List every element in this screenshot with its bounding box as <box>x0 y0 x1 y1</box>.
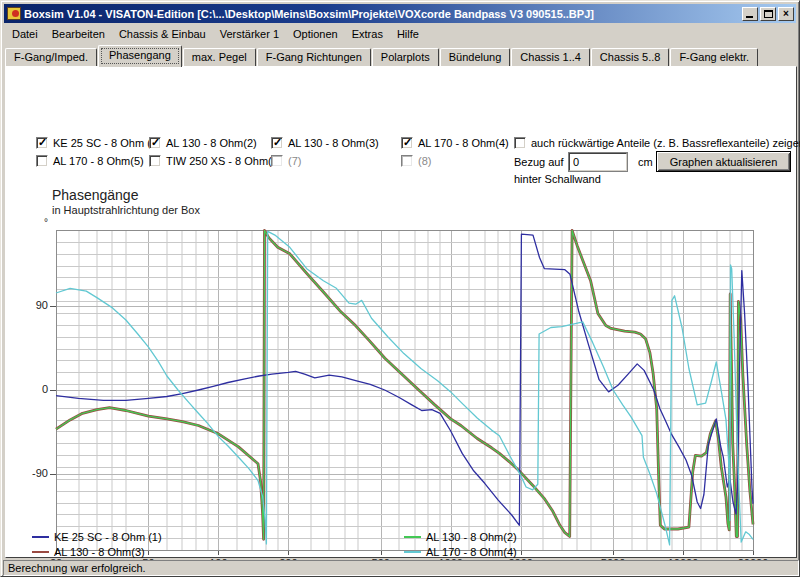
legend-label: AL 170 - 8 Ohm(4) <box>426 546 517 558</box>
close-icon: × <box>779 8 793 20</box>
checkbox-box[interactable] <box>36 137 48 149</box>
legend-label: AL 130 - 8 Ohm(2) <box>426 531 517 543</box>
window-title: Boxsim V1.04 - VISATON-Edition [C:\...\D… <box>24 8 740 20</box>
driver-checkbox-3[interactable]: AL 130 - 8 Ohm(3) <box>271 137 379 149</box>
legend-item: AL 130 - 8 Ohm(3) <box>32 546 145 558</box>
tab-max-pegel[interactable]: max. Pegel <box>183 48 256 67</box>
legend-color-dash <box>32 551 49 553</box>
driver-checkbox-7: (7) <box>271 155 301 167</box>
checkbox-box <box>401 155 413 167</box>
checkbox-label: AL 130 - 8 Ohm(3) <box>288 137 379 149</box>
tab-polarplots[interactable]: Polarplots <box>372 48 439 67</box>
legend-label: KE 25 SC - 8 Ohm (1) <box>54 531 162 543</box>
maximize-button[interactable] <box>760 7 776 21</box>
checkbox-box[interactable] <box>149 155 161 167</box>
rear-portions-checkbox[interactable]: auch rückwärtige Anteile (z. B. Bassrefl… <box>514 137 800 149</box>
rear-portions-label: auch rückwärtige Anteile (z. B. Bassrefl… <box>531 137 800 149</box>
tab-b-ndelung[interactable]: Bündelung <box>440 48 511 67</box>
cm-unit-label: cm <box>638 156 653 168</box>
checkbox-box[interactable] <box>149 137 161 149</box>
driver-checkbox-1[interactable]: KE 25 SC - 8 Ohm (1) <box>36 137 161 149</box>
update-graphs-button[interactable]: Graphen aktualisieren <box>656 151 791 172</box>
driver-checkbox-8: (8) <box>401 155 431 167</box>
checkbox-box[interactable] <box>514 137 526 149</box>
checkbox-box <box>271 155 283 167</box>
legend-color-dash <box>404 536 421 538</box>
checkbox-label: KE 25 SC - 8 Ohm (1) <box>53 137 161 149</box>
tab-f-gang-elektr-[interactable]: F-Gang elektr. <box>670 48 758 67</box>
minimize-button[interactable] <box>742 7 758 21</box>
y-tick-0: 0 <box>18 383 48 395</box>
status-message: Berechnung war erfolgreich. <box>8 562 146 574</box>
menu-item-chassis-einbau[interactable]: Chassis & Einbau <box>112 26 213 42</box>
menu-item-optionen[interactable]: Optionen <box>286 26 345 42</box>
legend-color-dash <box>32 536 49 538</box>
bezug-auf-label: Bezug auf <box>514 156 564 168</box>
driver-checkbox-2[interactable]: AL 130 - 8 Ohm(2) <box>149 137 257 149</box>
y-tick--90: -90 <box>18 467 48 479</box>
minimize-icon <box>746 16 753 18</box>
status-bar: Berechnung war erfolgreich. <box>3 560 799 576</box>
legend-color-dash <box>404 551 421 553</box>
tab-page-phasengang: KE 25 SC - 8 Ohm (1)AL 130 - 8 Ohm(2)AL … <box>5 66 797 558</box>
checkbox-label: AL 170 - 8 Ohm(4) <box>418 137 509 149</box>
menu-item-datei[interactable]: Datei <box>5 26 45 42</box>
bezug-distance-input[interactable] <box>569 153 627 171</box>
tab-f-gang-imped-[interactable]: F-Gang/Imped. <box>5 48 97 67</box>
menu-item-hilfe[interactable]: Hilfe <box>390 26 426 42</box>
driver-checkbox-6[interactable]: TIW 250 XS - 8 Ohm(6) <box>149 155 282 167</box>
checkbox-label: AL 170 - 8 Ohm(5) <box>53 155 144 167</box>
tab-f-gang-richtungen[interactable]: F-Gang Richtungen <box>257 48 371 67</box>
y-tick-90: 90 <box>18 299 48 311</box>
legend-label: AL 130 - 8 Ohm(3) <box>54 546 145 558</box>
tab-chassis-1-4[interactable]: Chassis 1..4 <box>511 48 590 67</box>
series-4-curve <box>56 231 753 545</box>
menu-bar: DateiBearbeitenChassis & EinbauVerstärke… <box>5 25 795 43</box>
menu-item-bearbeiten[interactable]: Bearbeiten <box>45 26 112 42</box>
legend-item: KE 25 SC - 8 Ohm (1) <box>32 531 162 543</box>
driver-checkbox-4[interactable]: AL 170 - 8 Ohm(4) <box>401 137 509 149</box>
legend-item: AL 130 - 8 Ohm(2) <box>404 531 517 543</box>
checkbox-box[interactable] <box>36 155 48 167</box>
title-bar[interactable]: Boxsim V1.04 - VISATON-Edition [C:\...\D… <box>4 4 796 23</box>
menu-item-verst-rker-1[interactable]: Verstärker 1 <box>213 26 286 42</box>
driver-checkbox-5[interactable]: AL 170 - 8 Ohm(5) <box>36 155 144 167</box>
tab-phasengang[interactable]: Phasengang <box>98 45 182 67</box>
menu-item-extras[interactable]: Extras <box>345 26 390 42</box>
phase-chart: Phasengänge in Hauptstrahlrichtung der B… <box>8 183 796 557</box>
chart-canvas <box>8 183 796 557</box>
app-icon[interactable] <box>7 7 21 20</box>
checkbox-label: TIW 250 XS - 8 Ohm(6) <box>166 155 282 167</box>
maximize-icon <box>764 10 773 18</box>
tab-chassis-5-8[interactable]: Chassis 5..8 <box>591 48 670 67</box>
close-button[interactable]: × <box>778 7 794 21</box>
tab-strip: F-Gang/Imped.Phasengangmax. PegelF-Gang … <box>5 45 795 67</box>
legend-item: AL 170 - 8 Ohm(4) <box>404 546 517 558</box>
checkbox-label: (7) <box>288 155 301 167</box>
checkbox-box[interactable] <box>271 137 283 149</box>
app-window: Boxsim V1.04 - VISATON-Edition [C:\...\D… <box>0 0 800 577</box>
checkbox-label: (8) <box>418 155 431 167</box>
checkbox-box[interactable] <box>401 137 413 149</box>
checkbox-label: AL 130 - 8 Ohm(2) <box>166 137 257 149</box>
